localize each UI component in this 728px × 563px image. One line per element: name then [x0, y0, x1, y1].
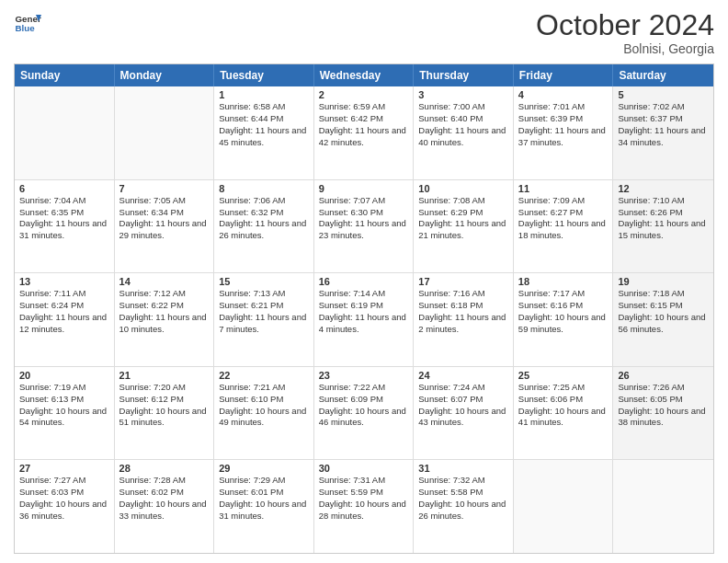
- day-number: 8: [219, 183, 309, 194]
- cell-info: Sunrise: 7:12 AM Sunset: 6:22 PM Dayligh…: [119, 288, 210, 335]
- title-block: October 2024 Bolnisi, Georgia: [536, 9, 714, 56]
- day-number: 17: [418, 276, 508, 287]
- calendar-cell: 20Sunrise: 7:19 AM Sunset: 6:13 PM Dayli…: [15, 367, 115, 460]
- day-number: 10: [418, 183, 508, 194]
- calendar-cell: 7Sunrise: 7:05 AM Sunset: 6:34 PM Daylig…: [115, 180, 215, 273]
- page: General Blue October 2024 Bolnisi, Georg…: [0, 0, 728, 563]
- calendar-cell: 23Sunrise: 7:22 AM Sunset: 6:09 PM Dayli…: [314, 367, 415, 460]
- cell-info: Sunrise: 7:17 AM Sunset: 6:16 PM Dayligh…: [518, 288, 609, 335]
- header-day-wednesday: Wednesday: [314, 64, 415, 86]
- day-number: 24: [418, 370, 508, 381]
- calendar-cell: 28Sunrise: 7:28 AM Sunset: 6:02 PM Dayli…: [115, 460, 215, 553]
- day-number: 16: [319, 276, 409, 287]
- calendar-cell: 8Sunrise: 7:06 AM Sunset: 6:32 PM Daylig…: [214, 180, 314, 273]
- cell-info: Sunrise: 7:08 AM Sunset: 6:29 PM Dayligh…: [418, 195, 508, 242]
- cell-info: Sunrise: 7:31 AM Sunset: 5:59 PM Dayligh…: [319, 475, 409, 522]
- cell-info: Sunrise: 7:20 AM Sunset: 6:12 PM Dayligh…: [119, 382, 210, 429]
- cell-info: Sunrise: 7:09 AM Sunset: 6:27 PM Dayligh…: [518, 195, 609, 242]
- cell-info: Sunrise: 7:04 AM Sunset: 6:35 PM Dayligh…: [19, 195, 109, 242]
- calendar-cell: 9Sunrise: 7:07 AM Sunset: 6:30 PM Daylig…: [314, 180, 415, 273]
- calendar-cell: 5Sunrise: 7:02 AM Sunset: 6:37 PM Daylig…: [613, 86, 713, 179]
- day-number: 7: [119, 183, 210, 194]
- calendar-week-1: 1Sunrise: 6:58 AM Sunset: 6:44 PM Daylig…: [15, 86, 713, 179]
- day-number: 6: [19, 183, 109, 194]
- calendar-week-4: 20Sunrise: 7:19 AM Sunset: 6:13 PM Dayli…: [15, 366, 713, 460]
- cell-info: Sunrise: 7:16 AM Sunset: 6:18 PM Dayligh…: [418, 288, 508, 335]
- day-number: 4: [518, 89, 609, 100]
- calendar-cell: 21Sunrise: 7:20 AM Sunset: 6:12 PM Dayli…: [115, 367, 215, 460]
- calendar-week-5: 27Sunrise: 7:27 AM Sunset: 6:03 PM Dayli…: [15, 459, 713, 553]
- logo: General Blue: [14, 9, 41, 37]
- day-number: 12: [618, 183, 709, 194]
- day-number: 23: [319, 370, 409, 381]
- cell-info: Sunrise: 6:58 AM Sunset: 6:44 PM Dayligh…: [219, 101, 309, 148]
- day-number: 5: [618, 89, 709, 100]
- calendar-cell: 25Sunrise: 7:25 AM Sunset: 6:06 PM Dayli…: [514, 367, 614, 460]
- header-day-tuesday: Tuesday: [214, 64, 314, 86]
- calendar-cell: 31Sunrise: 7:32 AM Sunset: 5:58 PM Dayli…: [414, 460, 514, 553]
- cell-info: Sunrise: 7:05 AM Sunset: 6:34 PM Dayligh…: [119, 195, 210, 242]
- cell-info: Sunrise: 7:28 AM Sunset: 6:02 PM Dayligh…: [119, 475, 210, 522]
- header-day-thursday: Thursday: [414, 64, 514, 86]
- calendar-cell: [514, 460, 614, 553]
- calendar-cell: [15, 86, 115, 179]
- calendar-cell: 4Sunrise: 7:01 AM Sunset: 6:39 PM Daylig…: [514, 86, 614, 179]
- calendar-body: 1Sunrise: 6:58 AM Sunset: 6:44 PM Daylig…: [15, 86, 713, 553]
- calendar-week-2: 6Sunrise: 7:04 AM Sunset: 6:35 PM Daylig…: [15, 179, 713, 273]
- header: General Blue October 2024 Bolnisi, Georg…: [14, 9, 714, 56]
- month-title: October 2024: [536, 9, 714, 41]
- day-number: 30: [319, 463, 409, 474]
- day-number: 14: [119, 276, 210, 287]
- calendar: SundayMondayTuesdayWednesdayThursdayFrid…: [14, 63, 714, 554]
- cell-info: Sunrise: 7:14 AM Sunset: 6:19 PM Dayligh…: [319, 288, 409, 335]
- calendar-cell: [115, 86, 215, 179]
- cell-info: Sunrise: 7:13 AM Sunset: 6:21 PM Dayligh…: [219, 288, 309, 335]
- calendar-cell: 29Sunrise: 7:29 AM Sunset: 6:01 PM Dayli…: [214, 460, 314, 553]
- calendar-cell: 12Sunrise: 7:10 AM Sunset: 6:26 PM Dayli…: [613, 180, 713, 273]
- cell-info: Sunrise: 7:11 AM Sunset: 6:24 PM Dayligh…: [19, 288, 109, 335]
- day-number: 9: [319, 183, 409, 194]
- day-number: 13: [19, 276, 109, 287]
- calendar-cell: 11Sunrise: 7:09 AM Sunset: 6:27 PM Dayli…: [514, 180, 614, 273]
- calendar-cell: 18Sunrise: 7:17 AM Sunset: 6:16 PM Dayli…: [514, 273, 614, 366]
- cell-info: Sunrise: 7:06 AM Sunset: 6:32 PM Dayligh…: [219, 195, 309, 242]
- location: Bolnisi, Georgia: [536, 41, 714, 56]
- day-number: 3: [418, 89, 508, 100]
- day-number: 2: [319, 89, 409, 100]
- day-number: 22: [219, 370, 309, 381]
- day-number: 20: [19, 370, 109, 381]
- cell-info: Sunrise: 7:21 AM Sunset: 6:10 PM Dayligh…: [219, 382, 309, 429]
- cell-info: Sunrise: 7:24 AM Sunset: 6:07 PM Dayligh…: [418, 382, 508, 429]
- calendar-cell: 15Sunrise: 7:13 AM Sunset: 6:21 PM Dayli…: [214, 273, 314, 366]
- calendar-cell: 24Sunrise: 7:24 AM Sunset: 6:07 PM Dayli…: [414, 367, 514, 460]
- day-number: 18: [518, 276, 609, 287]
- day-number: 27: [19, 463, 109, 474]
- calendar-cell: 3Sunrise: 7:00 AM Sunset: 6:40 PM Daylig…: [414, 86, 514, 179]
- cell-info: Sunrise: 7:22 AM Sunset: 6:09 PM Dayligh…: [319, 382, 409, 429]
- calendar-cell: [613, 460, 713, 553]
- day-number: 19: [618, 276, 709, 287]
- calendar-week-3: 13Sunrise: 7:11 AM Sunset: 6:24 PM Dayli…: [15, 272, 713, 366]
- calendar-cell: 30Sunrise: 7:31 AM Sunset: 5:59 PM Dayli…: [314, 460, 415, 553]
- svg-text:Blue: Blue: [16, 23, 36, 33]
- calendar-cell: 10Sunrise: 7:08 AM Sunset: 6:29 PM Dayli…: [414, 180, 514, 273]
- cell-info: Sunrise: 7:27 AM Sunset: 6:03 PM Dayligh…: [19, 475, 109, 522]
- cell-info: Sunrise: 7:25 AM Sunset: 6:06 PM Dayligh…: [518, 382, 609, 429]
- logo-icon: General Blue: [14, 9, 41, 37]
- day-number: 1: [219, 89, 309, 100]
- calendar-cell: 13Sunrise: 7:11 AM Sunset: 6:24 PM Dayli…: [15, 273, 115, 366]
- day-number: 11: [518, 183, 609, 194]
- day-number: 29: [219, 463, 309, 474]
- calendar-cell: 16Sunrise: 7:14 AM Sunset: 6:19 PM Dayli…: [314, 273, 415, 366]
- day-number: 25: [518, 370, 609, 381]
- calendar-cell: 2Sunrise: 6:59 AM Sunset: 6:42 PM Daylig…: [314, 86, 415, 179]
- header-day-sunday: Sunday: [15, 64, 115, 86]
- cell-info: Sunrise: 7:02 AM Sunset: 6:37 PM Dayligh…: [618, 101, 709, 148]
- calendar-cell: 27Sunrise: 7:27 AM Sunset: 6:03 PM Dayli…: [15, 460, 115, 553]
- day-number: 28: [119, 463, 210, 474]
- calendar-cell: 22Sunrise: 7:21 AM Sunset: 6:10 PM Dayli…: [214, 367, 314, 460]
- day-number: 15: [219, 276, 309, 287]
- header-day-saturday: Saturday: [613, 64, 713, 86]
- day-number: 21: [119, 370, 210, 381]
- cell-info: Sunrise: 7:29 AM Sunset: 6:01 PM Dayligh…: [219, 475, 309, 522]
